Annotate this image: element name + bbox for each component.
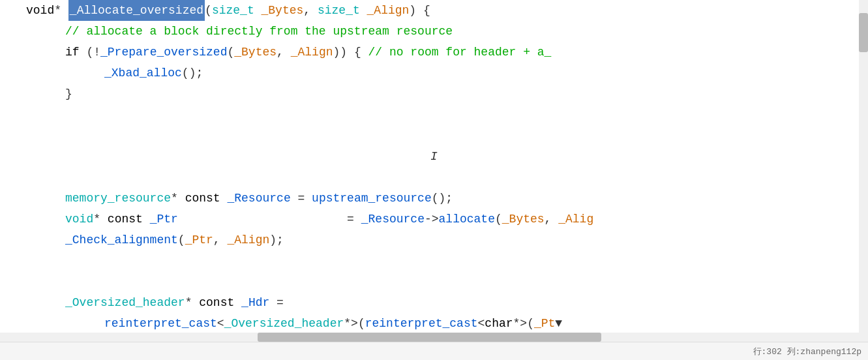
status-bar: 行:302 列:zhanpeng112p (0, 342, 868, 360)
code-line: reinterpret_cast<_Oversized_header*>(rei… (0, 313, 868, 334)
code-line (0, 104, 868, 125)
code-line: _Xbad_alloc(); (0, 63, 868, 83)
code-line (0, 125, 868, 146)
code-line: void* _Allocate_oversized(size_t _Bytes,… (0, 0, 868, 21)
code-line: } (0, 83, 868, 104)
line-col-status: 行:302 列:zhanpeng112p (753, 346, 861, 357)
code-line: _Check_alignment(_Ptr, _Align); (0, 230, 868, 250)
code-line: if (!_Prepare_oversized(_Bytes, _Align))… (0, 42, 868, 63)
comment: // allocate a block directly from the up… (65, 21, 453, 42)
vertical-scrollbar[interactable] (859, 0, 868, 342)
code-line: memory_resource* const _Resource = upstr… (0, 188, 868, 209)
cursor-line[interactable]: I (0, 146, 868, 167)
code-line: // allocate a block directly from the up… (0, 21, 868, 42)
code-line (0, 271, 868, 292)
keyword: void (26, 0, 54, 21)
code-line (0, 167, 868, 188)
editor: void* _Allocate_oversized(size_t _Bytes,… (0, 0, 868, 360)
line-container: void* _Allocate_oversized(size_t _Bytes,… (0, 0, 868, 334)
function-name-selected: _Allocate_oversized (68, 0, 205, 21)
scrollbar-thumb[interactable] (859, 13, 868, 52)
horizontal-scrollbar[interactable] (0, 333, 859, 342)
scrollbar-h-thumb[interactable] (258, 333, 601, 342)
code-area[interactable]: void* _Allocate_oversized(size_t _Bytes,… (0, 0, 868, 342)
code-line (0, 250, 868, 271)
code-line: _Oversized_header* const _Hdr = (0, 292, 868, 313)
code-line: void* const _Ptr = _Resource->allocate(_… (0, 209, 868, 230)
